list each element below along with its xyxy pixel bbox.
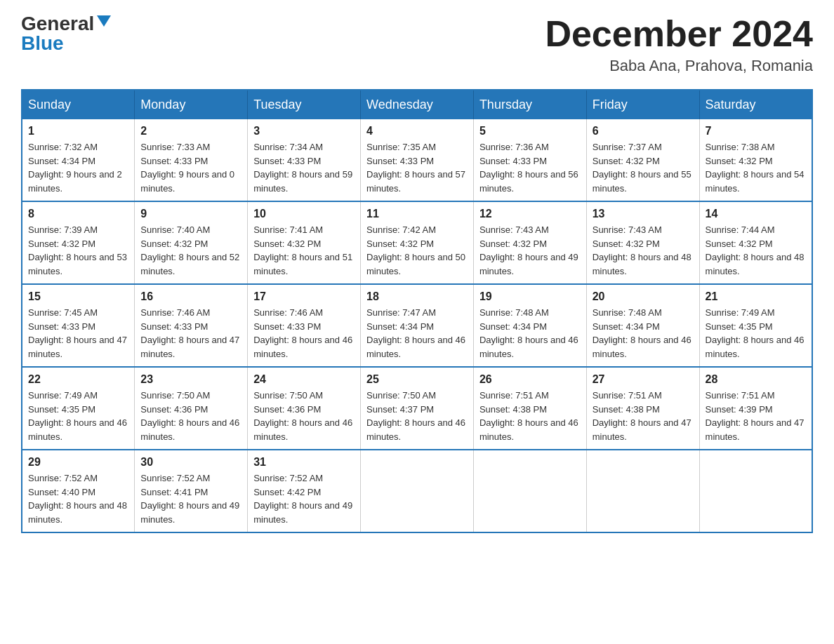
logo-blue-text: Blue <box>21 34 64 53</box>
calendar-cell: 24 Sunrise: 7:50 AM Sunset: 4:36 PM Dayl… <box>248 367 361 450</box>
calendar-cell: 10 Sunrise: 7:41 AM Sunset: 4:32 PM Dayl… <box>248 201 361 284</box>
day-number: 26 <box>479 373 581 386</box>
calendar-week-row: 29 Sunrise: 7:52 AM Sunset: 4:40 PM Dayl… <box>22 450 812 532</box>
calendar-cell <box>361 450 474 532</box>
calendar-week-row: 15 Sunrise: 7:45 AM Sunset: 4:33 PM Dayl… <box>22 284 812 367</box>
day-info: Sunrise: 7:46 AM Sunset: 4:33 PM Dayligh… <box>140 306 241 361</box>
day-info: Sunrise: 7:44 AM Sunset: 4:32 PM Dayligh… <box>706 223 806 278</box>
calendar-cell: 21 Sunrise: 7:49 AM Sunset: 4:35 PM Dayl… <box>699 284 812 367</box>
day-info: Sunrise: 7:48 AM Sunset: 4:34 PM Dayligh… <box>479 306 581 361</box>
day-info: Sunrise: 7:43 AM Sunset: 4:32 PM Dayligh… <box>593 223 694 278</box>
logo-general-text: General <box>21 14 94 34</box>
calendar-header-tuesday: Tuesday <box>248 90 361 119</box>
day-number: 7 <box>706 125 806 137</box>
page-header: General Blue December 2024 Baba Ana, Pra… <box>21 14 813 75</box>
calendar-cell: 31 Sunrise: 7:52 AM Sunset: 4:42 PM Dayl… <box>248 450 361 532</box>
calendar-week-row: 22 Sunrise: 7:49 AM Sunset: 4:35 PM Dayl… <box>22 367 812 450</box>
day-number: 6 <box>593 125 694 137</box>
day-number: 25 <box>366 373 468 386</box>
day-number: 22 <box>28 373 128 386</box>
day-info: Sunrise: 7:49 AM Sunset: 4:35 PM Dayligh… <box>706 306 806 361</box>
day-info: Sunrise: 7:52 AM Sunset: 4:40 PM Dayligh… <box>28 471 128 526</box>
day-number: 27 <box>593 373 694 386</box>
day-number: 8 <box>28 208 128 220</box>
day-number: 16 <box>140 290 241 303</box>
day-number: 29 <box>28 456 128 469</box>
calendar-cell: 16 Sunrise: 7:46 AM Sunset: 4:33 PM Dayl… <box>135 284 248 367</box>
calendar-cell: 30 Sunrise: 7:52 AM Sunset: 4:41 PM Dayl… <box>135 450 248 532</box>
day-number: 11 <box>366 208 468 220</box>
calendar-cell: 9 Sunrise: 7:40 AM Sunset: 4:32 PM Dayli… <box>135 201 248 284</box>
day-info: Sunrise: 7:37 AM Sunset: 4:32 PM Dayligh… <box>593 140 694 195</box>
day-number: 17 <box>253 290 355 303</box>
day-info: Sunrise: 7:40 AM Sunset: 4:32 PM Dayligh… <box>140 223 241 278</box>
calendar-cell <box>473 450 586 532</box>
day-info: Sunrise: 7:42 AM Sunset: 4:32 PM Dayligh… <box>366 223 468 278</box>
day-info: Sunrise: 7:47 AM Sunset: 4:34 PM Dayligh… <box>366 306 468 361</box>
logo: General Blue <box>21 14 111 53</box>
calendar-cell: 23 Sunrise: 7:50 AM Sunset: 4:36 PM Dayl… <box>135 367 248 450</box>
day-info: Sunrise: 7:50 AM Sunset: 4:36 PM Dayligh… <box>140 389 241 443</box>
day-number: 4 <box>366 125 468 137</box>
day-info: Sunrise: 7:33 AM Sunset: 4:33 PM Dayligh… <box>140 140 241 195</box>
day-info: Sunrise: 7:48 AM Sunset: 4:34 PM Dayligh… <box>593 306 694 361</box>
calendar-cell: 15 Sunrise: 7:45 AM Sunset: 4:33 PM Dayl… <box>22 284 135 367</box>
calendar-cell: 28 Sunrise: 7:51 AM Sunset: 4:39 PM Dayl… <box>699 367 812 450</box>
calendar-cell: 22 Sunrise: 7:49 AM Sunset: 4:35 PM Dayl… <box>22 367 135 450</box>
day-number: 1 <box>28 125 128 137</box>
day-info: Sunrise: 7:39 AM Sunset: 4:32 PM Dayligh… <box>28 223 128 278</box>
day-number: 3 <box>253 125 355 137</box>
calendar-week-row: 8 Sunrise: 7:39 AM Sunset: 4:32 PM Dayli… <box>22 201 812 284</box>
calendar-header-row: SundayMondayTuesdayWednesdayThursdayFrid… <box>22 90 812 119</box>
day-info: Sunrise: 7:52 AM Sunset: 4:42 PM Dayligh… <box>253 471 355 526</box>
calendar-cell: 2 Sunrise: 7:33 AM Sunset: 4:33 PM Dayli… <box>135 119 248 201</box>
calendar-table: SundayMondayTuesdayWednesdayThursdayFrid… <box>21 89 813 533</box>
calendar-cell: 19 Sunrise: 7:48 AM Sunset: 4:34 PM Dayl… <box>473 284 586 367</box>
day-number: 28 <box>706 373 806 386</box>
calendar-cell: 20 Sunrise: 7:48 AM Sunset: 4:34 PM Dayl… <box>586 284 699 367</box>
day-number: 15 <box>28 290 128 303</box>
day-number: 31 <box>253 456 355 469</box>
calendar-header-friday: Friday <box>586 90 699 119</box>
calendar-header-monday: Monday <box>135 90 248 119</box>
day-number: 19 <box>479 290 581 303</box>
day-info: Sunrise: 7:45 AM Sunset: 4:33 PM Dayligh… <box>28 306 128 361</box>
calendar-cell: 14 Sunrise: 7:44 AM Sunset: 4:32 PM Dayl… <box>699 201 812 284</box>
title-section: December 2024 Baba Ana, Prahova, Romania <box>545 14 813 75</box>
day-info: Sunrise: 7:52 AM Sunset: 4:41 PM Dayligh… <box>140 471 241 526</box>
calendar-header-sunday: Sunday <box>22 90 135 119</box>
calendar-week-row: 1 Sunrise: 7:32 AM Sunset: 4:34 PM Dayli… <box>22 119 812 201</box>
day-number: 21 <box>706 290 806 303</box>
logo-triangle-icon <box>97 15 111 27</box>
calendar-cell: 18 Sunrise: 7:47 AM Sunset: 4:34 PM Dayl… <box>361 284 474 367</box>
day-number: 12 <box>479 208 581 220</box>
calendar-cell: 26 Sunrise: 7:51 AM Sunset: 4:38 PM Dayl… <box>473 367 586 450</box>
calendar-header-saturday: Saturday <box>699 90 812 119</box>
day-info: Sunrise: 7:43 AM Sunset: 4:32 PM Dayligh… <box>479 223 581 278</box>
calendar-cell <box>586 450 699 532</box>
day-number: 18 <box>366 290 468 303</box>
calendar-cell: 4 Sunrise: 7:35 AM Sunset: 4:33 PM Dayli… <box>361 119 474 201</box>
calendar-cell: 11 Sunrise: 7:42 AM Sunset: 4:32 PM Dayl… <box>361 201 474 284</box>
day-info: Sunrise: 7:50 AM Sunset: 4:36 PM Dayligh… <box>253 389 355 443</box>
day-number: 10 <box>253 208 355 220</box>
calendar-cell <box>699 450 812 532</box>
calendar-header-thursday: Thursday <box>473 90 586 119</box>
day-info: Sunrise: 7:36 AM Sunset: 4:33 PM Dayligh… <box>479 140 581 195</box>
calendar-cell: 7 Sunrise: 7:38 AM Sunset: 4:32 PM Dayli… <box>699 119 812 201</box>
day-number: 24 <box>253 373 355 386</box>
day-info: Sunrise: 7:51 AM Sunset: 4:39 PM Dayligh… <box>706 389 806 443</box>
calendar-cell: 17 Sunrise: 7:46 AM Sunset: 4:33 PM Dayl… <box>248 284 361 367</box>
calendar-cell: 5 Sunrise: 7:36 AM Sunset: 4:33 PM Dayli… <box>473 119 586 201</box>
calendar-cell: 3 Sunrise: 7:34 AM Sunset: 4:33 PM Dayli… <box>248 119 361 201</box>
day-number: 30 <box>140 456 241 469</box>
day-number: 5 <box>479 125 581 137</box>
day-info: Sunrise: 7:41 AM Sunset: 4:32 PM Dayligh… <box>253 223 355 278</box>
day-number: 13 <box>593 208 694 220</box>
day-info: Sunrise: 7:35 AM Sunset: 4:33 PM Dayligh… <box>366 140 468 195</box>
day-info: Sunrise: 7:49 AM Sunset: 4:35 PM Dayligh… <box>28 389 128 443</box>
calendar-cell: 27 Sunrise: 7:51 AM Sunset: 4:38 PM Dayl… <box>586 367 699 450</box>
day-number: 20 <box>593 290 694 303</box>
calendar-cell: 1 Sunrise: 7:32 AM Sunset: 4:34 PM Dayli… <box>22 119 135 201</box>
day-number: 23 <box>140 373 241 386</box>
